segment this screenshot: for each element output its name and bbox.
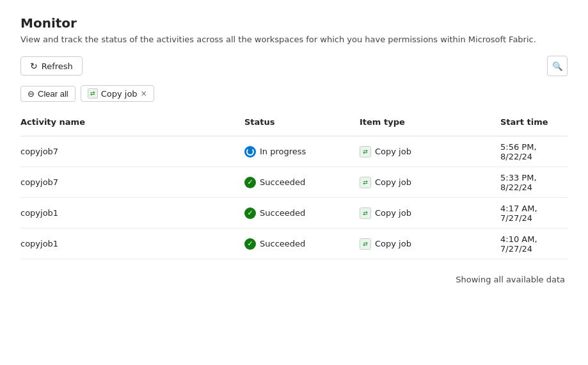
succeeded-icon: ✓	[244, 177, 256, 188]
header-item-type: Item type	[360, 113, 500, 131]
status-badge: ✓Succeeded	[244, 177, 305, 188]
search-button[interactable]: 🔍	[547, 56, 568, 76]
succeeded-icon: ✓	[244, 238, 256, 250]
copy-job-filter-icon: ⇄	[88, 88, 98, 99]
filter-bar: ⊖ Clear all ⇄ Copy job ×	[20, 85, 568, 102]
copy-job-icon: ⇄	[360, 177, 371, 188]
page-subtitle: View and track the status of the activit…	[20, 35, 568, 44]
copy-job-filter-chip[interactable]: ⇄ Copy job ×	[81, 85, 154, 102]
item-type-cell: ⇄Copy job	[360, 177, 500, 188]
table-row[interactable]: copyjob7In progress⇄Copy job5:56 PM, 8/2…	[20, 136, 568, 167]
item-type-cell: ⇄Copy job	[360, 207, 500, 219]
monitor-page: Monitor View and track the status of the…	[0, 0, 588, 365]
status-text: Succeeded	[260, 208, 305, 218]
activity-table: Activity name Status Item type Start tim…	[20, 113, 568, 259]
status-text: In progress	[260, 147, 306, 156]
status-cell: ✓Succeeded	[244, 238, 360, 250]
header-start-time: Start time	[500, 113, 568, 131]
status-text: Succeeded	[260, 177, 305, 187]
status-badge: ✓Succeeded	[244, 207, 305, 219]
start-time-cell: 4:10 AM, 7/27/24	[500, 234, 568, 254]
in-progress-icon	[244, 146, 256, 158]
item-type-text: Copy job	[375, 239, 411, 248]
activity-name-cell: copyjob1	[20, 208, 244, 218]
item-type-cell: ⇄Copy job	[360, 238, 500, 250]
copy-job-filter-label: Copy job	[101, 89, 138, 99]
footer-message: Showing all available data	[20, 275, 568, 284]
status-cell: ✓Succeeded	[244, 177, 360, 188]
clear-all-label: Clear all	[38, 89, 68, 99]
clear-icon: ⊖	[28, 89, 35, 99]
status-text: Succeeded	[260, 239, 305, 248]
status-cell: In progress	[244, 146, 360, 158]
header-status: Status	[244, 113, 360, 131]
copy-job-icon: ⇄	[360, 146, 371, 158]
activity-name-cell: copyjob7	[20, 177, 244, 187]
search-icon: 🔍	[552, 61, 563, 71]
close-icon[interactable]: ×	[141, 89, 147, 98]
header-activity-name: Activity name	[20, 113, 244, 131]
item-type-cell: ⇄Copy job	[360, 146, 500, 158]
table-row[interactable]: copyjob1✓Succeeded⇄Copy job4:10 AM, 7/27…	[20, 229, 568, 259]
copy-job-icon: ⇄	[360, 238, 371, 250]
item-type-text: Copy job	[375, 208, 411, 218]
page-title: Monitor	[20, 15, 568, 31]
refresh-icon: ↻	[30, 61, 38, 71]
status-badge: In progress	[244, 146, 306, 158]
activity-name-cell: copyjob1	[20, 239, 244, 248]
refresh-button[interactable]: ↻ Refresh	[20, 56, 83, 76]
succeeded-icon: ✓	[244, 207, 256, 219]
refresh-label: Refresh	[42, 61, 73, 71]
item-type-text: Copy job	[375, 177, 411, 187]
activity-name-cell: copyjob7	[20, 147, 244, 156]
table-header: Activity name Status Item type Start tim…	[20, 113, 568, 136]
copy-job-icon: ⇄	[360, 207, 371, 219]
table-row[interactable]: copyjob7✓Succeeded⇄Copy job5:33 PM, 8/22…	[20, 167, 568, 198]
status-cell: ✓Succeeded	[244, 207, 360, 219]
clear-all-button[interactable]: ⊖ Clear all	[20, 86, 75, 102]
table-row[interactable]: copyjob1✓Succeeded⇄Copy job4:17 AM, 7/27…	[20, 198, 568, 229]
start-time-cell: 5:56 PM, 8/22/24	[500, 142, 568, 161]
status-badge: ✓Succeeded	[244, 238, 305, 250]
toolbar: ↻ Refresh 🔍	[20, 56, 568, 76]
start-time-cell: 5:33 PM, 8/22/24	[500, 173, 568, 192]
table-body: copyjob7In progress⇄Copy job5:56 PM, 8/2…	[20, 136, 568, 259]
item-type-text: Copy job	[375, 147, 411, 156]
start-time-cell: 4:17 AM, 7/27/24	[500, 204, 568, 223]
